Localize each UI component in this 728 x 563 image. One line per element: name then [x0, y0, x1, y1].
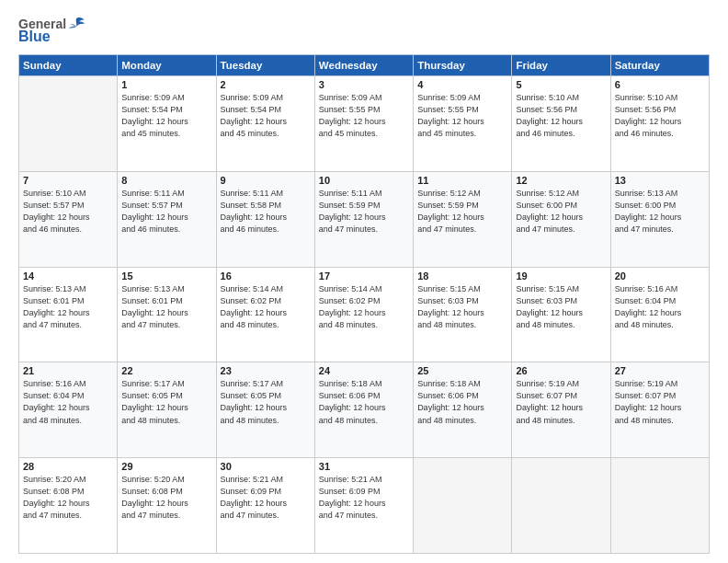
day-number: 11: [417, 175, 507, 186]
calendar-cell: 27Sunrise: 5:19 AM Sunset: 6:07 PM Dayli…: [610, 362, 709, 458]
day-number: 6: [615, 79, 705, 90]
day-info: Sunrise: 5:19 AM Sunset: 6:07 PM Dayligh…: [516, 378, 606, 426]
day-info: Sunrise: 5:11 AM Sunset: 5:57 PM Dayligh…: [121, 188, 211, 236]
calendar-cell: [512, 458, 610, 554]
day-number: 15: [121, 270, 211, 282]
calendar-cell: 25Sunrise: 5:18 AM Sunset: 6:06 PM Dayli…: [414, 362, 512, 458]
calendar-cell: [610, 458, 709, 554]
calendar-day-header: Friday: [512, 55, 610, 76]
day-info: Sunrise: 5:20 AM Sunset: 6:08 PM Dayligh…: [121, 474, 211, 522]
calendar-cell: 18Sunrise: 5:15 AM Sunset: 6:03 PM Dayli…: [414, 267, 512, 362]
calendar-week-row: 1Sunrise: 5:09 AM Sunset: 5:54 PM Daylig…: [19, 76, 710, 172]
day-number: 28: [23, 461, 113, 472]
calendar-cell: 24Sunrise: 5:18 AM Sunset: 6:06 PM Dayli…: [314, 362, 413, 458]
day-info: Sunrise: 5:10 AM Sunset: 5:56 PM Dayligh…: [516, 92, 606, 140]
calendar-day-header: Wednesday: [314, 55, 413, 76]
day-info: Sunrise: 5:10 AM Sunset: 5:57 PM Dayligh…: [23, 188, 113, 236]
calendar-cell: 6Sunrise: 5:10 AM Sunset: 5:56 PM Daylig…: [610, 76, 709, 172]
calendar-cell: 4Sunrise: 5:09 AM Sunset: 5:55 PM Daylig…: [414, 76, 512, 172]
day-info: Sunrise: 5:12 AM Sunset: 6:00 PM Dayligh…: [516, 188, 606, 236]
calendar-cell: 28Sunrise: 5:20 AM Sunset: 6:08 PM Dayli…: [19, 458, 118, 554]
calendar-cell: [414, 458, 512, 554]
calendar-cell: 14Sunrise: 5:13 AM Sunset: 6:01 PM Dayli…: [19, 267, 118, 362]
day-info: Sunrise: 5:19 AM Sunset: 6:07 PM Dayligh…: [615, 378, 705, 426]
day-number: 21: [23, 365, 113, 376]
day-info: Sunrise: 5:09 AM Sunset: 5:55 PM Dayligh…: [319, 92, 409, 140]
day-info: Sunrise: 5:13 AM Sunset: 6:01 PM Dayligh…: [23, 283, 113, 331]
calendar-week-row: 14Sunrise: 5:13 AM Sunset: 6:01 PM Dayli…: [19, 267, 710, 362]
day-number: 25: [417, 365, 507, 376]
day-number: 1: [121, 79, 211, 90]
day-number: 7: [23, 175, 113, 186]
calendar-day-header: Monday: [118, 55, 216, 76]
day-info: Sunrise: 5:16 AM Sunset: 6:04 PM Dayligh…: [23, 378, 113, 426]
day-number: 19: [516, 270, 606, 282]
day-info: Sunrise: 5:17 AM Sunset: 6:05 PM Dayligh…: [121, 378, 211, 426]
day-info: Sunrise: 5:09 AM Sunset: 5:54 PM Dayligh…: [121, 92, 211, 140]
day-number: 9: [221, 175, 311, 186]
logo: General Blue: [18, 17, 86, 45]
day-number: 14: [23, 270, 113, 282]
calendar-day-header: Tuesday: [216, 55, 314, 76]
calendar-cell: 7Sunrise: 5:10 AM Sunset: 5:57 PM Daylig…: [19, 171, 118, 267]
day-info: Sunrise: 5:18 AM Sunset: 6:06 PM Dayligh…: [417, 378, 507, 426]
day-number: 30: [221, 461, 311, 472]
calendar-cell: 17Sunrise: 5:14 AM Sunset: 6:02 PM Dayli…: [314, 267, 413, 362]
calendar-cell: 9Sunrise: 5:11 AM Sunset: 5:58 PM Daylig…: [216, 171, 314, 267]
day-number: 31: [319, 461, 409, 472]
day-info: Sunrise: 5:10 AM Sunset: 5:56 PM Dayligh…: [615, 92, 705, 140]
day-info: Sunrise: 5:09 AM Sunset: 5:55 PM Dayligh…: [417, 92, 507, 140]
calendar-header-row: SundayMondayTuesdayWednesdayThursdayFrid…: [19, 55, 710, 76]
day-number: 3: [319, 79, 409, 90]
day-number: 18: [417, 270, 507, 282]
calendar-cell: 30Sunrise: 5:21 AM Sunset: 6:09 PM Dayli…: [216, 458, 314, 554]
page: General Blue SundayMondayTuesdayWednesda…: [0, 0, 728, 563]
day-info: Sunrise: 5:12 AM Sunset: 5:59 PM Dayligh…: [417, 188, 507, 236]
day-number: 4: [417, 79, 507, 90]
calendar-day-header: Saturday: [610, 55, 709, 76]
calendar-cell: 10Sunrise: 5:11 AM Sunset: 5:59 PM Dayli…: [314, 171, 413, 267]
calendar-day-header: Thursday: [414, 55, 512, 76]
calendar-cell: 5Sunrise: 5:10 AM Sunset: 5:56 PM Daylig…: [512, 76, 610, 172]
calendar-cell: 11Sunrise: 5:12 AM Sunset: 5:59 PM Dayli…: [414, 171, 512, 267]
day-number: 2: [221, 79, 311, 90]
day-info: Sunrise: 5:14 AM Sunset: 6:02 PM Dayligh…: [221, 283, 311, 331]
calendar-cell: 13Sunrise: 5:13 AM Sunset: 6:00 PM Dayli…: [610, 171, 709, 267]
day-info: Sunrise: 5:20 AM Sunset: 6:08 PM Dayligh…: [23, 474, 113, 522]
day-info: Sunrise: 5:21 AM Sunset: 6:09 PM Dayligh…: [319, 474, 409, 522]
calendar-cell: 16Sunrise: 5:14 AM Sunset: 6:02 PM Dayli…: [216, 267, 314, 362]
calendar-cell: 12Sunrise: 5:12 AM Sunset: 6:00 PM Dayli…: [512, 171, 610, 267]
day-info: Sunrise: 5:15 AM Sunset: 6:03 PM Dayligh…: [417, 283, 507, 331]
day-info: Sunrise: 5:13 AM Sunset: 6:00 PM Dayligh…: [615, 188, 705, 236]
logo-blue-text: Blue: [18, 29, 86, 45]
day-info: Sunrise: 5:11 AM Sunset: 5:59 PM Dayligh…: [319, 188, 409, 236]
header: General Blue: [18, 17, 710, 45]
day-number: 23: [221, 365, 311, 376]
day-number: 29: [121, 461, 211, 472]
day-number: 8: [121, 175, 211, 186]
calendar-cell: 21Sunrise: 5:16 AM Sunset: 6:04 PM Dayli…: [19, 362, 118, 458]
day-number: 10: [319, 175, 409, 186]
day-info: Sunrise: 5:16 AM Sunset: 6:04 PM Dayligh…: [615, 283, 705, 331]
day-info: Sunrise: 5:11 AM Sunset: 5:58 PM Dayligh…: [221, 188, 311, 236]
day-number: 22: [121, 365, 211, 376]
calendar-cell: 15Sunrise: 5:13 AM Sunset: 6:01 PM Dayli…: [118, 267, 216, 362]
day-number: 24: [319, 365, 409, 376]
calendar-table: SundayMondayTuesdayWednesdayThursdayFrid…: [18, 54, 710, 554]
day-info: Sunrise: 5:15 AM Sunset: 6:03 PM Dayligh…: [516, 283, 606, 331]
day-info: Sunrise: 5:09 AM Sunset: 5:54 PM Dayligh…: [221, 92, 311, 140]
day-info: Sunrise: 5:21 AM Sunset: 6:09 PM Dayligh…: [221, 474, 311, 522]
day-info: Sunrise: 5:17 AM Sunset: 6:05 PM Dayligh…: [221, 378, 311, 426]
day-number: 26: [516, 365, 606, 376]
day-number: 17: [319, 270, 409, 282]
calendar-cell: 19Sunrise: 5:15 AM Sunset: 6:03 PM Dayli…: [512, 267, 610, 362]
calendar-week-row: 7Sunrise: 5:10 AM Sunset: 5:57 PM Daylig…: [19, 171, 710, 267]
calendar-week-row: 21Sunrise: 5:16 AM Sunset: 6:04 PM Dayli…: [19, 362, 710, 458]
calendar-cell: 20Sunrise: 5:16 AM Sunset: 6:04 PM Dayli…: [610, 267, 709, 362]
day-number: 27: [615, 365, 705, 376]
calendar-cell: [19, 76, 118, 172]
calendar-cell: 26Sunrise: 5:19 AM Sunset: 6:07 PM Dayli…: [512, 362, 610, 458]
calendar-cell: 29Sunrise: 5:20 AM Sunset: 6:08 PM Dayli…: [118, 458, 216, 554]
calendar-week-row: 28Sunrise: 5:20 AM Sunset: 6:08 PM Dayli…: [19, 458, 710, 554]
calendar-cell: 23Sunrise: 5:17 AM Sunset: 6:05 PM Dayli…: [216, 362, 314, 458]
